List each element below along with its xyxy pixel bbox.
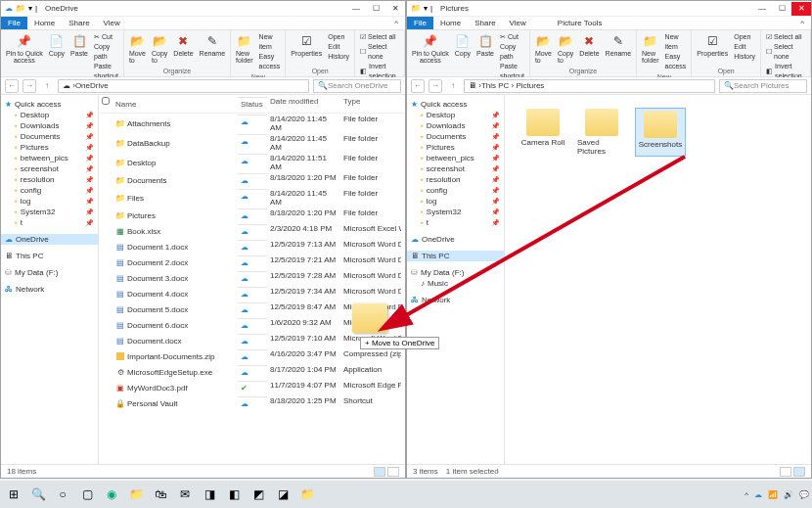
sidebar-item[interactable]: ▪Pictures📌 (1, 142, 98, 153)
rename-button[interactable]: ✎Rename (604, 32, 633, 58)
sidebar-item[interactable]: ▪log📌 (407, 196, 504, 207)
file-row[interactable]: Important-Documents.zip☁4/16/2020 3:47 P… (99, 348, 405, 364)
icons-view-button[interactable] (793, 467, 805, 477)
store-icon[interactable]: 🛍 (150, 484, 171, 505)
sidebar-item[interactable]: ▪Documents📌 (1, 131, 98, 142)
app-icon[interactable]: ◪ (272, 484, 293, 505)
sidebar-item[interactable]: ▪Pictures📌 (407, 142, 504, 153)
app-icon[interactable]: ◧ (223, 484, 245, 505)
column-name[interactable]: Name (113, 97, 238, 111)
sidebar-item[interactable]: ▪screenshot📌 (1, 163, 98, 174)
sidebar-item[interactable]: ▪config📌 (407, 185, 504, 196)
folder-item[interactable]: Camera Roll (519, 109, 567, 156)
sidebar-my-data[interactable]: ⛁My Data (F:) (1, 267, 98, 278)
tab-home[interactable]: Home (27, 17, 62, 29)
sidebar-item[interactable]: ▪log📌 (1, 196, 98, 207)
rename-button[interactable]: ✎Rename (198, 32, 227, 58)
folder-item[interactable]: Saved Pictures (577, 109, 626, 156)
ribbon-toggle[interactable]: ^ (793, 17, 811, 29)
tab-view[interactable]: View (97, 17, 127, 29)
app-icon[interactable]: ◨ (199, 484, 220, 505)
easy-access-button[interactable]: Easy access (663, 52, 689, 71)
column-status[interactable]: Status (238, 97, 267, 111)
sidebar-item[interactable]: ▪System32📌 (1, 207, 98, 217)
titlebar[interactable]: ☁ 📁 ▾ | OneDrive — ☐ ✕ (1, 1, 405, 17)
maximize-button[interactable]: ☐ (366, 2, 385, 16)
file-row[interactable]: ▤Document 5.docx☁12/5/2019 8:47 AMMicros… (99, 301, 405, 317)
pin-quick-access-button[interactable]: 📌Pin to Quick access (410, 32, 451, 65)
tab-file[interactable]: File (407, 17, 433, 29)
edge-icon[interactable]: ◉ (101, 484, 122, 505)
sidebar-quick-access[interactable]: ★Quick access (1, 99, 98, 110)
back-button[interactable]: ← (411, 79, 425, 93)
file-row[interactable]: ▦Book.xlsx☁2/3/2020 4:18 PMMicrosoft Exc… (99, 223, 405, 239)
folder-grid[interactable]: Camera RollSaved PicturesScreenshots (505, 95, 811, 464)
details-view-button[interactable] (780, 467, 791, 477)
tray-up-icon[interactable]: ^ (744, 490, 748, 499)
search-button[interactable]: 🔍 (27, 484, 49, 505)
file-row[interactable]: ▤Document 2.docx☁12/5/2019 7:21 AMMicros… (99, 254, 405, 270)
copy-to-button[interactable]: 📂Copy to (150, 32, 169, 65)
history-button[interactable]: History (732, 52, 757, 62)
navigation-pane[interactable]: ★Quick access ▪Desktop📌▪Downloads📌▪Docum… (407, 95, 505, 464)
column-type[interactable]: Type (340, 97, 401, 111)
start-button[interactable]: ⊞ (3, 484, 24, 505)
tab-share[interactable]: Share (468, 17, 502, 29)
notifications-icon[interactable]: 💬 (799, 490, 809, 499)
sidebar-network[interactable]: 🖧Network (1, 284, 98, 295)
file-row[interactable]: 📁Pictures☁8/18/2020 1:20 PMFile folder (99, 208, 405, 223)
cut-button[interactable]: ✂ Cut (92, 32, 120, 42)
explorer-open-icon[interactable]: 📁 (296, 484, 318, 505)
sidebar-item[interactable]: ▪Desktop📌 (1, 110, 98, 120)
sidebar-item[interactable]: ▪screenshot📌 (407, 163, 504, 174)
address-path[interactable]: 🖥 › This PC › Pictures (464, 79, 715, 93)
delete-button[interactable]: ✖Delete (171, 32, 195, 58)
properties-button[interactable]: ☑Properties (695, 32, 730, 58)
sidebar-network[interactable]: 🖧Network (407, 295, 504, 305)
maximize-button[interactable]: ☐ (772, 2, 791, 16)
sidebar-quick-access[interactable]: ★Quick access (407, 99, 504, 110)
file-row[interactable]: ▣MyWordDoc3.pdf✔11/7/2019 4:07 PMMicroso… (99, 380, 405, 395)
close-button[interactable]: ✕ (385, 2, 405, 16)
minimize-button[interactable]: — (346, 2, 366, 16)
taskbar[interactable]: ⊞ 🔍 ○ ▢ ◉ 📁 🛍 ✉ ◨ ◧ ◩ ◪ 📁 ^ ☁ 📶 🔊 💬 (0, 481, 812, 508)
paste-button[interactable]: 📋Paste (68, 32, 90, 58)
tab-home[interactable]: Home (433, 17, 468, 29)
file-row[interactable]: 📁DataBackup☁8/14/2020 11:45 AMFile folde… (99, 133, 405, 153)
titlebar[interactable]: 📁 ▾ | Pictures Manage — ☐ ✕ (407, 1, 811, 17)
new-item-button[interactable]: New item (257, 32, 283, 52)
sidebar-item[interactable]: ▪config📌 (1, 185, 98, 196)
select-none-button[interactable]: ☐ Select none (764, 42, 807, 62)
up-button[interactable]: ↑ (40, 79, 54, 93)
sidebar-onedrive[interactable]: ☁OneDrive (407, 234, 504, 245)
app-icon[interactable]: ◩ (248, 484, 269, 505)
sidebar-this-pc[interactable]: 🖥This PC (1, 251, 98, 261)
select-all-button[interactable]: ☑ Select all (764, 32, 807, 42)
copy-button[interactable]: 📄Copy (47, 32, 67, 58)
new-folder-button[interactable]: 📁New folder (640, 32, 661, 65)
file-row[interactable]: ⚙MicrosoftEdgeSetup.exe☁8/17/2020 1:04 P… (99, 364, 405, 380)
sidebar-this-pc[interactable]: 🖥This PC (407, 251, 504, 261)
close-button[interactable]: ✕ (791, 2, 811, 16)
file-row[interactable]: 📁Attachments☁8/14/2020 11:45 AMFile fold… (99, 114, 405, 133)
back-button[interactable]: ← (5, 79, 19, 93)
file-row[interactable]: ▤Document.docx☁12/5/2019 7:10 AMMicrosof… (99, 333, 405, 348)
history-button[interactable]: History (326, 52, 351, 62)
sidebar-item[interactable]: ▪between_pics📌 (1, 153, 98, 163)
edit-button[interactable]: Edit (732, 42, 757, 52)
minimize-button[interactable]: — (752, 2, 772, 16)
forward-button[interactable]: → (429, 79, 442, 93)
explorer-icon[interactable]: 📁 (125, 484, 147, 505)
new-item-button[interactable]: New item (663, 32, 689, 52)
file-row[interactable]: 📁Desktop☁8/14/2020 11:51 AMFile folder (99, 153, 405, 172)
details-view-button[interactable] (374, 467, 385, 477)
select-none-button[interactable]: ☐ Select none (358, 42, 401, 62)
sidebar-music[interactable]: ♪Music (407, 278, 504, 289)
search-input[interactable]: 🔍 Search OneDrive (313, 79, 401, 93)
forward-button[interactable]: → (23, 79, 36, 93)
sidebar-onedrive[interactable]: ☁OneDrive (1, 234, 98, 245)
ribbon-toggle[interactable]: ^ (387, 17, 405, 29)
tab-file[interactable]: File (1, 17, 27, 29)
folder-item[interactable]: Screenshots (636, 109, 685, 156)
file-row[interactable]: ▤Document 3.docx☁12/5/2019 7:28 AMMicros… (99, 270, 405, 286)
